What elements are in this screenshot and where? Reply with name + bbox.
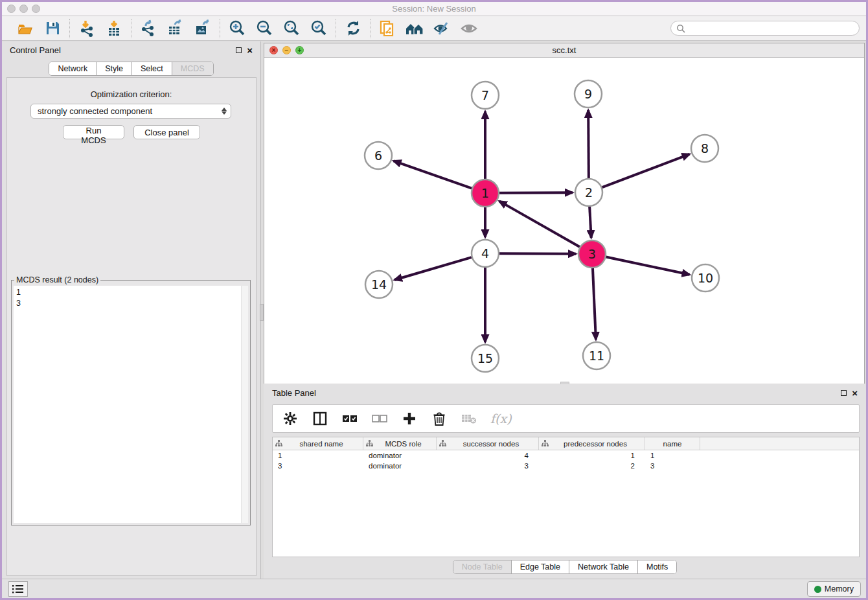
control-panel-header: Control Panel × bbox=[2, 41, 260, 58]
column-header-shared-name[interactable]: shared name bbox=[273, 437, 363, 450]
cell-MCDS-role[interactable]: dominator bbox=[363, 462, 437, 470]
graph-node-label-14: 14 bbox=[371, 277, 387, 292]
export-image-icon[interactable] bbox=[193, 19, 212, 38]
add-column-icon[interactable] bbox=[401, 410, 418, 427]
tab-motifs[interactable]: Motifs bbox=[638, 560, 676, 573]
export-network-icon[interactable] bbox=[139, 19, 158, 38]
close-table-panel-icon[interactable]: × bbox=[852, 390, 858, 396]
tab-network[interactable]: Network bbox=[49, 62, 97, 75]
result-scrollbar[interactable] bbox=[241, 286, 248, 523]
node-table[interactable]: shared nameMCDS rolesuccessor nodesprede… bbox=[272, 437, 860, 557]
select-all-icon[interactable] bbox=[341, 410, 358, 427]
first-neighbors-icon[interactable] bbox=[405, 19, 424, 38]
table-toolbar: f(x) bbox=[272, 404, 860, 433]
task-history-button[interactable] bbox=[8, 581, 28, 597]
network-window-titlebar[interactable]: × − + scc.txt bbox=[264, 43, 864, 58]
search-field[interactable] bbox=[670, 21, 860, 36]
hide-selected-icon[interactable] bbox=[432, 19, 451, 38]
table-row[interactable]: 1dominator411 bbox=[273, 450, 859, 461]
cell-predecessor-nodes[interactable]: 2 bbox=[539, 462, 645, 470]
close-window-button[interactable] bbox=[7, 5, 16, 13]
column-header-predecessor-nodes[interactable]: predecessor nodes bbox=[539, 437, 645, 450]
tab-edge-table[interactable]: Edge Table bbox=[512, 560, 569, 573]
network-maximize-button[interactable]: + bbox=[295, 46, 304, 54]
import-network-icon[interactable] bbox=[77, 19, 97, 38]
network-window: × − + scc.txt 7968124314101511 bbox=[264, 43, 865, 384]
run-mcds-button[interactable]: Run MCDS bbox=[63, 125, 124, 139]
column-header-MCDS-role[interactable]: MCDS role bbox=[363, 437, 437, 450]
network-graph[interactable]: 7968124314101511 bbox=[264, 58, 864, 384]
function-builder-icon: f(x) bbox=[490, 411, 512, 426]
deselect-all-icon[interactable] bbox=[371, 410, 388, 427]
cell-name[interactable]: 1 bbox=[645, 452, 700, 459]
delete-column-icon[interactable] bbox=[431, 410, 448, 427]
cell-name[interactable]: 3 bbox=[645, 462, 700, 470]
network-canvas[interactable]: 7968124314101511 bbox=[264, 58, 864, 384]
edge-1-6[interactable] bbox=[394, 161, 472, 188]
control-panel: Control Panel × NetworkStyleSelectMCDS O… bbox=[2, 41, 261, 579]
edge-2-9[interactable] bbox=[588, 110, 589, 178]
graph-node-label-3: 3 bbox=[588, 247, 596, 261]
optimization-criterion-dropdown[interactable]: strongly connected component bbox=[30, 104, 231, 119]
cell-shared-name[interactable]: 3 bbox=[273, 462, 363, 470]
main-toolbar bbox=[2, 16, 866, 41]
import-table-icon[interactable] bbox=[104, 19, 124, 38]
table-row[interactable]: 3dominator323 bbox=[273, 461, 859, 471]
cell-successor-nodes[interactable]: 3 bbox=[437, 462, 539, 470]
edge-4-14[interactable] bbox=[394, 257, 472, 280]
table-settings-icon[interactable] bbox=[282, 410, 299, 427]
open-file-icon[interactable] bbox=[16, 19, 35, 38]
close-panel-icon[interactable]: × bbox=[247, 47, 253, 53]
float-panel-icon[interactable] bbox=[236, 47, 242, 53]
refresh-icon[interactable] bbox=[343, 19, 363, 38]
zoom-out-icon[interactable] bbox=[255, 19, 274, 38]
window-title: Session: New Session bbox=[2, 4, 866, 14]
edge-2-3[interactable] bbox=[589, 207, 591, 238]
column-view-icon[interactable] bbox=[312, 410, 328, 427]
column-type-icon bbox=[439, 440, 446, 447]
network-window-controls: × − + bbox=[269, 46, 304, 54]
tab-style[interactable]: Style bbox=[97, 62, 132, 75]
zoom-in-icon[interactable] bbox=[227, 19, 247, 38]
zoom-selected-icon[interactable] bbox=[309, 19, 328, 38]
optimization-criterion-label: Optimization criterion: bbox=[2, 89, 260, 99]
close-panel-button[interactable]: Close panel bbox=[133, 125, 200, 139]
column-header-successor-nodes[interactable]: successor nodes bbox=[437, 437, 539, 450]
network-minimize-button[interactable]: − bbox=[282, 46, 291, 54]
edge-2-8[interactable] bbox=[602, 154, 690, 187]
mcds-result-text[interactable]: 1 3 bbox=[14, 286, 248, 523]
float-table-panel-icon[interactable] bbox=[841, 390, 847, 396]
edge-4-3[interactable] bbox=[499, 253, 576, 254]
tab-network-table[interactable]: Network Table bbox=[569, 560, 638, 573]
zoom-fit-icon[interactable] bbox=[282, 19, 301, 38]
cell-shared-name[interactable]: 1 bbox=[273, 452, 363, 459]
cell-MCDS-role[interactable]: dominator bbox=[363, 452, 437, 459]
minimize-window-button[interactable] bbox=[19, 5, 28, 13]
edge-3-1[interactable] bbox=[499, 201, 580, 247]
tab-select[interactable]: Select bbox=[132, 62, 172, 75]
table-panel-tabs: Node TableEdge TableNetwork TableMotifs bbox=[264, 560, 866, 574]
tab-mcds[interactable]: MCDS bbox=[172, 62, 213, 75]
memory-button[interactable]: Memory bbox=[807, 581, 861, 597]
column-header-name[interactable]: name bbox=[645, 437, 700, 450]
cell-successor-nodes[interactable]: 4 bbox=[437, 452, 539, 459]
clone-network-icon[interactable] bbox=[378, 19, 397, 38]
dropdown-value: strongly connected component bbox=[38, 106, 222, 116]
graph-node-label-1: 1 bbox=[481, 186, 489, 200]
edge-3-10[interactable] bbox=[606, 257, 690, 275]
network-close-button[interactable]: × bbox=[269, 46, 278, 54]
window-controls bbox=[7, 2, 40, 16]
dropdown-arrows-icon bbox=[222, 108, 228, 115]
edge-1-2[interactable] bbox=[499, 192, 573, 193]
search-input[interactable] bbox=[688, 24, 854, 33]
network-window-title: scc.txt bbox=[264, 45, 864, 55]
show-all-icon[interactable] bbox=[459, 19, 479, 38]
save-session-icon[interactable] bbox=[43, 19, 62, 38]
main-area: Control Panel × NetworkStyleSelectMCDS O… bbox=[2, 41, 866, 579]
export-table-icon[interactable] bbox=[166, 19, 185, 38]
cell-predecessor-nodes[interactable]: 1 bbox=[539, 452, 645, 459]
tab-node-table[interactable]: Node Table bbox=[453, 560, 512, 573]
maximize-window-button[interactable] bbox=[32, 5, 40, 13]
edge-3-11[interactable] bbox=[593, 268, 596, 340]
graph-node-label-4: 4 bbox=[481, 246, 489, 260]
